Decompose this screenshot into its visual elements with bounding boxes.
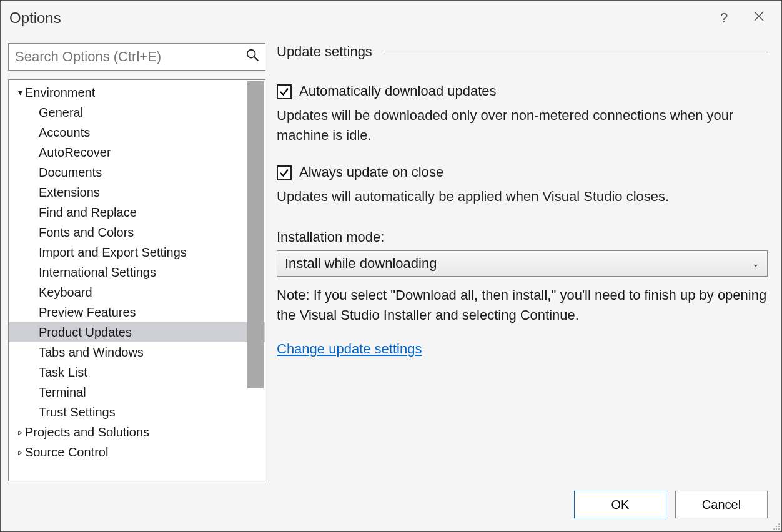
tree-item-general[interactable]: General	[9, 102, 265, 122]
install-mode-value: Install while downloading	[285, 255, 437, 272]
tree-group-label: Environment	[25, 86, 95, 100]
tree-item-find-and-replace[interactable]: Find and Replace	[9, 202, 265, 222]
dialog-footer: OK Cancel	[1, 484, 781, 531]
tree-item-autorecover[interactable]: AutoRecover	[9, 142, 265, 162]
search-input[interactable]	[8, 43, 265, 71]
options-dialog: Options ? ▾	[0, 0, 782, 532]
tree-item-accounts[interactable]: Accounts	[9, 122, 265, 142]
tree-item-tabs-and-windows[interactable]: Tabs and Windows	[9, 342, 265, 362]
svg-point-7	[778, 528, 780, 530]
update-on-close-desc: Updates will automatically be applied wh…	[277, 187, 768, 207]
install-mode-note: Note: If you select "Download all, then …	[277, 285, 768, 325]
options-tree[interactable]: ▾ Environment General Accounts AutoRecov…	[8, 79, 265, 481]
help-icon: ?	[720, 10, 728, 26]
svg-point-3	[776, 526, 777, 527]
check-icon	[279, 86, 290, 97]
window-title: Options	[9, 9, 61, 27]
auto-download-desc: Updates will be downloaded only over non…	[277, 106, 768, 145]
change-update-settings-link[interactable]: Change update settings	[277, 341, 768, 357]
close-button[interactable]	[745, 4, 773, 32]
section-header: Update settings	[277, 43, 768, 61]
section-title: Update settings	[277, 44, 372, 60]
svg-point-6	[776, 528, 777, 530]
svg-point-2	[778, 523, 780, 525]
tree-item-product-updates[interactable]: Product Updates	[9, 322, 265, 342]
tree-group-environment[interactable]: ▾ Environment	[9, 82, 265, 102]
tree-item-international-settings[interactable]: International Settings	[9, 262, 265, 282]
tree-item-extensions[interactable]: Extensions	[9, 182, 265, 202]
tree-item-documents[interactable]: Documents	[9, 162, 265, 182]
update-on-close-label: Always update on close	[299, 164, 443, 180]
tree-item-preview-features[interactable]: Preview Features	[9, 302, 265, 322]
settings-panel: Update settings Automatically download u…	[277, 43, 774, 481]
close-icon	[753, 10, 765, 26]
tree-group-label: Projects and Solutions	[25, 425, 149, 440]
titlebar: Options ?	[1, 1, 781, 36]
auto-download-checkbox[interactable]	[277, 84, 292, 99]
install-mode-select[interactable]: Install while downloading ⌄	[277, 250, 768, 277]
update-on-close-checkbox[interactable]	[277, 165, 292, 180]
help-button[interactable]: ?	[710, 4, 738, 32]
tree-item-trust-settings[interactable]: Trust Settings	[9, 402, 265, 422]
chevron-down-icon: ⌄	[752, 259, 760, 268]
tree-item-keyboard[interactable]: Keyboard	[9, 282, 265, 302]
chevron-right-icon: ▹	[15, 447, 25, 457]
svg-point-4	[778, 526, 780, 527]
ok-button[interactable]: OK	[574, 491, 666, 518]
chevron-down-icon: ▾	[15, 87, 25, 97]
auto-download-label: Automatically download updates	[299, 83, 497, 99]
cancel-button[interactable]: Cancel	[675, 491, 768, 518]
svg-point-5	[773, 528, 775, 530]
tree-item-fonts-and-colors[interactable]: Fonts and Colors	[9, 222, 265, 242]
check-icon	[279, 167, 290, 179]
tree-item-task-list[interactable]: Task List	[9, 362, 265, 382]
tree-group-source-control[interactable]: ▹ Source Control	[9, 442, 265, 462]
scrollbar-thumb[interactable]	[247, 81, 264, 388]
search-wrap	[8, 43, 265, 71]
section-rule	[381, 52, 768, 52]
tree-item-terminal[interactable]: Terminal	[9, 382, 265, 402]
tree-item-import-export-settings[interactable]: Import and Export Settings	[9, 242, 265, 262]
resize-grip-icon[interactable]	[769, 519, 780, 530]
install-mode-label: Installation mode:	[277, 229, 768, 245]
tree-group-projects-and-solutions[interactable]: ▹ Projects and Solutions	[9, 422, 265, 442]
tree-group-label: Source Control	[25, 445, 108, 460]
chevron-right-icon: ▹	[15, 427, 25, 437]
